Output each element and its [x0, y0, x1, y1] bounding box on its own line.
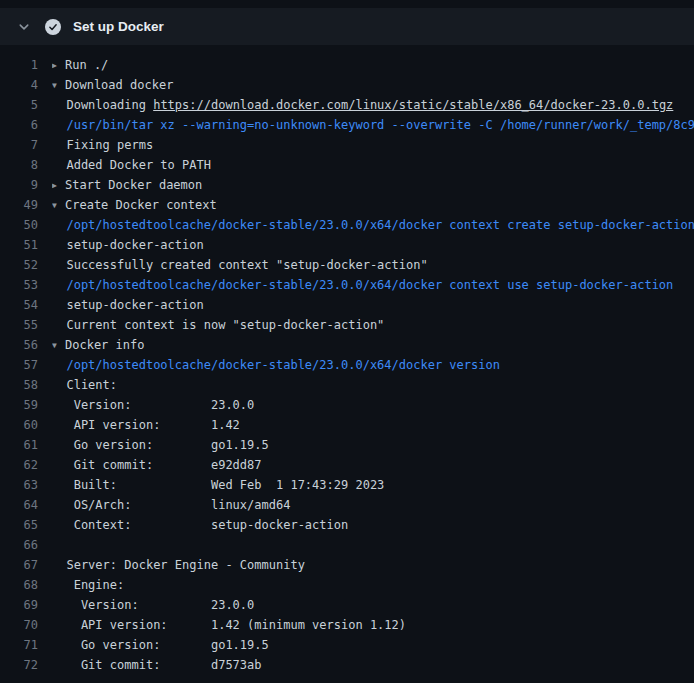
log-line: 57 /opt/hostedtoolcache/docker-stable/23…	[0, 355, 694, 375]
line-content[interactable]: ▼Create Docker context	[52, 195, 694, 215]
line-number[interactable]: 63	[0, 475, 52, 495]
log-line: 56▼Docker info	[0, 335, 694, 355]
line-number[interactable]: 54	[0, 295, 52, 315]
line-content: Built: Wed Feb 1 17:43:29 2023	[52, 475, 694, 495]
line-number[interactable]: 65	[0, 515, 52, 535]
log-text: Create Docker context	[65, 198, 217, 212]
line-content[interactable]: ▶Run ./	[52, 55, 694, 75]
log-line: 7 Fixing perms	[0, 135, 694, 155]
log-text: Client:	[52, 378, 117, 392]
line-number[interactable]: 4	[0, 75, 52, 95]
line-content[interactable]: ▶Start Docker daemon	[52, 175, 694, 195]
log-line: 1▶Run ./	[0, 55, 694, 75]
log-line: 60 API version: 1.42	[0, 415, 694, 435]
group-chevron-expanded-icon[interactable]: ▼	[52, 196, 65, 215]
log-command-text: /usr/bin/tar xz --warning=no-unknown-key…	[52, 118, 694, 132]
line-number[interactable]: 59	[0, 395, 52, 415]
log-line: 4▼Download docker	[0, 75, 694, 95]
line-content: /opt/hostedtoolcache/docker-stable/23.0.…	[52, 355, 694, 375]
line-number[interactable]: 69	[0, 595, 52, 615]
line-number[interactable]: 57	[0, 355, 52, 375]
line-number[interactable]: 66	[0, 535, 52, 555]
line-number[interactable]: 64	[0, 495, 52, 515]
log-line: 55 Current context is now "setup-docker-…	[0, 315, 694, 335]
group-chevron-expanded-icon[interactable]: ▼	[52, 336, 65, 355]
step-header[interactable]: Set up Docker	[0, 8, 694, 45]
log-line: 6 /usr/bin/tar xz --warning=no-unknown-k…	[0, 115, 694, 135]
line-content: Engine:	[52, 575, 694, 595]
log-line: 71 Go version: go1.19.5	[0, 635, 694, 655]
line-number[interactable]: 51	[0, 235, 52, 255]
line-content: setup-docker-action	[52, 295, 694, 315]
check-circle-icon	[45, 19, 61, 35]
log-line: 5 Downloading https://download.docker.co…	[0, 95, 694, 115]
step-title: Set up Docker	[73, 19, 164, 34]
group-chevron-expanded-icon[interactable]: ▼	[52, 76, 65, 95]
line-number[interactable]: 61	[0, 435, 52, 455]
log-line: 67 Server: Docker Engine - Community	[0, 555, 694, 575]
log-line: 58 Client:	[0, 375, 694, 395]
line-number[interactable]: 62	[0, 455, 52, 475]
line-content: Version: 23.0.0	[52, 395, 694, 415]
log-text: Start Docker daemon	[65, 178, 202, 192]
line-number[interactable]: 50	[0, 215, 52, 235]
line-number[interactable]: 6	[0, 115, 52, 135]
line-content: Downloading https://download.docker.com/…	[52, 95, 694, 115]
log-line: 59 Version: 23.0.0	[0, 395, 694, 415]
log-line: 69 Version: 23.0.0	[0, 595, 694, 615]
line-content: /usr/bin/tar xz --warning=no-unknown-key…	[52, 115, 694, 135]
group-chevron-collapsed-icon[interactable]: ▶	[52, 176, 65, 195]
log-link[interactable]: https://download.docker.com/linux/static…	[153, 98, 673, 112]
line-content[interactable]: ▼Download docker	[52, 75, 694, 95]
line-content: Context: setup-docker-action	[52, 515, 694, 535]
log-text: Added Docker to PATH	[52, 158, 211, 172]
log-line: 68 Engine:	[0, 575, 694, 595]
log-line: 53 /opt/hostedtoolcache/docker-stable/23…	[0, 275, 694, 295]
line-number[interactable]: 5	[0, 95, 52, 115]
line-number[interactable]: 67	[0, 555, 52, 575]
log-text: Context: setup-docker-action	[52, 518, 348, 532]
line-content: Client:	[52, 375, 694, 395]
log-text: Engine:	[52, 578, 124, 592]
log-text: Version: 23.0.0	[52, 598, 254, 612]
line-number[interactable]: 72	[0, 655, 52, 675]
line-number[interactable]: 71	[0, 635, 52, 655]
line-number[interactable]: 9	[0, 175, 52, 195]
log-command-text: /opt/hostedtoolcache/docker-stable/23.0.…	[52, 218, 694, 232]
chevron-down-icon[interactable]	[16, 19, 32, 35]
log-line: 66	[0, 535, 694, 555]
log-text: Version: 23.0.0	[52, 398, 254, 412]
line-number[interactable]: 68	[0, 575, 52, 595]
line-number[interactable]: 60	[0, 415, 52, 435]
line-number[interactable]: 8	[0, 155, 52, 175]
line-number[interactable]: 1	[0, 55, 52, 75]
log-command-text: /opt/hostedtoolcache/docker-stable/23.0.…	[52, 358, 500, 372]
line-number[interactable]: 58	[0, 375, 52, 395]
log-text: Git commit: d7573ab	[52, 658, 262, 672]
log-line: 51 setup-docker-action	[0, 235, 694, 255]
line-content	[52, 535, 694, 555]
log-command-text: /opt/hostedtoolcache/docker-stable/23.0.…	[52, 278, 673, 292]
line-number[interactable]: 55	[0, 315, 52, 335]
line-content: API version: 1.42	[52, 415, 694, 435]
line-content: Go version: go1.19.5	[52, 635, 694, 655]
line-content: Version: 23.0.0	[52, 595, 694, 615]
line-number[interactable]: 53	[0, 275, 52, 295]
log-text: setup-docker-action	[52, 238, 204, 252]
line-number[interactable]: 70	[0, 615, 52, 635]
log-text: Fixing perms	[52, 138, 153, 152]
line-number[interactable]: 52	[0, 255, 52, 275]
log-line: 54 setup-docker-action	[0, 295, 694, 315]
line-content: setup-docker-action	[52, 235, 694, 255]
log-line: 62 Git commit: e92dd87	[0, 455, 694, 475]
line-content[interactable]: ▼Docker info	[52, 335, 694, 355]
line-content: Current context is now "setup-docker-act…	[52, 315, 694, 335]
log-line: 65 Context: setup-docker-action	[0, 515, 694, 535]
line-number[interactable]: 49	[0, 195, 52, 215]
line-number[interactable]: 56	[0, 335, 52, 355]
group-chevron-collapsed-icon[interactable]: ▶	[52, 56, 65, 75]
line-content: Server: Docker Engine - Community	[52, 555, 694, 575]
log-line: 72 Git commit: d7573ab	[0, 655, 694, 675]
line-number[interactable]: 7	[0, 135, 52, 155]
log-line: 52 Successfully created context "setup-d…	[0, 255, 694, 275]
